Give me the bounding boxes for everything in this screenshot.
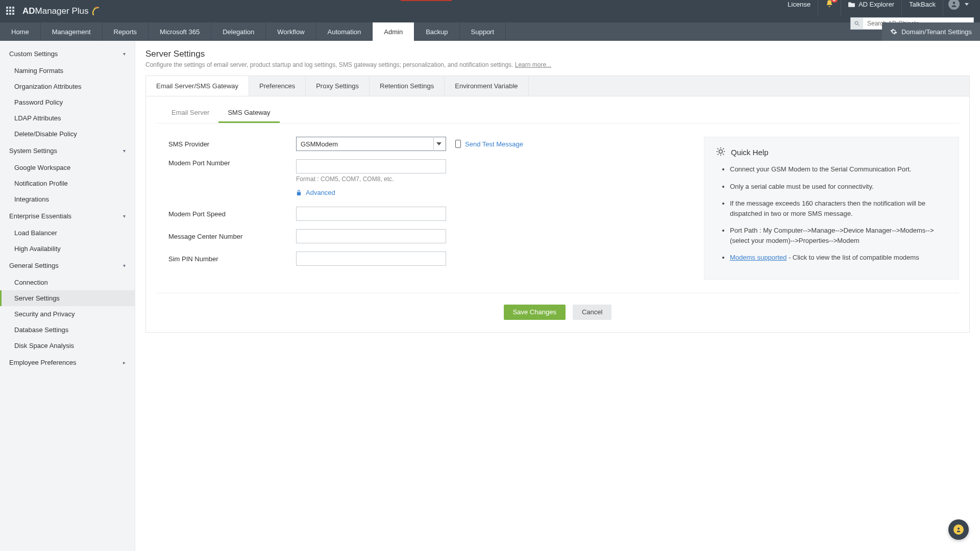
content-area: Server Settings Configure the settings o…: [135, 41, 980, 551]
nav-item-management[interactable]: Management: [41, 22, 103, 41]
page-description: Configure the settings of email server, …: [145, 61, 970, 68]
top-links: License 2 AD Explorer TalkBack: [780, 0, 974, 15]
page-title: Server Settings: [145, 49, 970, 59]
nav-item-backup[interactable]: Backup: [414, 22, 459, 41]
cancel-button[interactable]: Cancel: [573, 305, 611, 320]
sidebar-item-connection[interactable]: Connection: [0, 274, 135, 290]
nav-item-support[interactable]: Support: [460, 22, 506, 41]
advanced-link[interactable]: Advanced: [306, 189, 335, 196]
learn-more-link[interactable]: Learn more...: [515, 61, 551, 68]
phone-icon: [455, 140, 461, 148]
tabs: Email Server/SMS GatewayPreferencesProxy…: [145, 76, 970, 96]
sidebar-item-google-workspace[interactable]: Google Workspace: [0, 160, 135, 176]
svg-point-13: [958, 528, 960, 530]
nav-item-admin[interactable]: Admin: [373, 22, 414, 41]
svg-line-11: [718, 154, 719, 155]
apps-grid-icon[interactable]: [6, 7, 15, 16]
chevron-icon: ▸: [123, 360, 126, 365]
sidebar-item-security-and-privacy[interactable]: Security and Privacy: [0, 306, 135, 322]
quick-help-item: Connect your GSM Modem to the Serial Com…: [730, 164, 947, 174]
subtab-sms-gateway[interactable]: SMS Gateway: [218, 104, 279, 123]
sidebar-section-custom-settings[interactable]: Custom Settings▾: [0, 45, 135, 63]
sidebar-item-database-settings[interactable]: Database Settings: [0, 322, 135, 338]
sim-pin-input[interactable]: [296, 252, 446, 266]
sidebar: Custom Settings▾Naming FormatsOrganizati…: [0, 41, 135, 551]
sidebar-section-general-settings[interactable]: General Settings▾: [0, 257, 135, 274]
quick-help-title: Quick Help: [731, 148, 768, 157]
tab-environment-variable[interactable]: Environment Variable: [445, 76, 528, 96]
top-accent-line: [401, 0, 452, 1]
brand-main: Manager: [35, 6, 69, 16]
modems-supported-link[interactable]: Modems supported: [730, 254, 787, 261]
lock-icon: [296, 189, 302, 196]
sidebar-section-system-settings[interactable]: System Settings▾: [0, 142, 135, 160]
sidebar-item-notification-profile[interactable]: Notification Profile: [0, 176, 135, 191]
modem-port-input[interactable]: [296, 159, 446, 173]
chevron-down-icon: [965, 3, 969, 6]
modem-speed-input[interactable]: [296, 207, 446, 221]
modem-speed-label: Modem Port Speed: [168, 210, 296, 218]
gear-icon: [890, 28, 897, 35]
chevron-icon: ▾: [123, 51, 126, 57]
sidebar-item-ldap-attributes[interactable]: LDAP Attributes: [0, 110, 135, 126]
floating-help-button[interactable]: [948, 519, 969, 540]
sms-provider-label: SMS Provider: [168, 140, 296, 148]
notifications-bell[interactable]: 2: [818, 0, 841, 15]
sidebar-section-employee-preferences[interactable]: Employee Preferences▸: [0, 354, 135, 371]
panel: Email ServerSMS Gateway SMS Provider GSM…: [145, 96, 970, 333]
sidebar-item-naming-formats[interactable]: Naming Formats: [0, 63, 135, 79]
brand-logo[interactable]: ADManager Plus: [22, 6, 103, 17]
domain-tenant-settings-button[interactable]: Domain/Tenant Settings: [882, 22, 980, 41]
modem-port-label: Modem Port Number: [168, 159, 296, 167]
main-nav: HomeManagementReportsMicrosoft 365Delega…: [0, 22, 980, 41]
svg-point-0: [953, 2, 955, 4]
nav-item-reports[interactable]: Reports: [103, 22, 149, 41]
brand-prefix: AD: [22, 6, 35, 16]
sidebar-item-disk-space-analysis[interactable]: Disk Space Analysis: [0, 338, 135, 354]
sidebar-item-organization-attributes[interactable]: Organization Attributes: [0, 79, 135, 94]
talkback-link[interactable]: TalkBack: [902, 0, 943, 15]
tab-proxy-settings[interactable]: Proxy Settings: [306, 76, 370, 96]
nav-item-automation[interactable]: Automation: [316, 22, 373, 41]
sidebar-item-delete-disable-policy[interactable]: Delete/Disable Policy: [0, 126, 135, 142]
sidebar-section-enterprise-essentials[interactable]: Enterprise Essentials▾: [0, 207, 135, 225]
topbar: ADManager Plus License 2 AD Explorer Tal…: [0, 0, 980, 22]
sidebar-item-password-policy[interactable]: Password Policy: [0, 94, 135, 110]
brand-swoosh-icon: [91, 6, 103, 17]
svg-line-12: [723, 148, 724, 149]
quick-help-item: Only a serial cable must be used for con…: [730, 182, 947, 192]
save-button[interactable]: Save Changes: [504, 305, 566, 320]
sidebar-item-high-availability[interactable]: High Availability: [0, 241, 135, 257]
send-test-message-link[interactable]: Send Test Message: [455, 140, 523, 148]
svg-line-10: [723, 154, 724, 155]
nav-item-microsoft-365[interactable]: Microsoft 365: [149, 22, 211, 41]
license-link[interactable]: License: [780, 0, 818, 15]
lightbulb-icon: [716, 146, 726, 158]
subtab-email-server[interactable]: Email Server: [162, 104, 218, 123]
msg-center-input[interactable]: [296, 229, 446, 243]
button-row: Save Changes Cancel: [156, 293, 959, 320]
brand-suffix: Plus: [69, 6, 89, 16]
sms-provider-select[interactable]: GSMModem: [296, 137, 446, 151]
tab-preferences[interactable]: Preferences: [249, 76, 306, 96]
sidebar-item-server-settings[interactable]: Server Settings: [0, 290, 135, 306]
svg-point-4: [719, 150, 723, 154]
tab-retention-settings[interactable]: Retention Settings: [370, 76, 445, 96]
sidebar-item-integrations[interactable]: Integrations: [0, 191, 135, 207]
quick-help-panel: Quick Help Connect your GSM Modem to the…: [704, 137, 959, 280]
quick-help-item: If the message exceeds 160 characters th…: [730, 198, 947, 218]
msg-center-label: Message Center Number: [168, 233, 296, 240]
svg-line-9: [718, 148, 719, 149]
chevron-icon: ▾: [123, 148, 126, 154]
nav-item-workflow[interactable]: Workflow: [266, 22, 316, 41]
ad-explorer-link[interactable]: AD Explorer: [841, 0, 902, 15]
user-menu[interactable]: [943, 0, 974, 15]
sim-pin-label: Sim PIN Number: [168, 255, 296, 263]
nav-item-home[interactable]: Home: [0, 22, 41, 41]
help-agent-icon: [953, 524, 964, 535]
bell-badge: 2: [831, 0, 838, 3]
nav-item-delegation[interactable]: Delegation: [211, 22, 266, 41]
chevron-icon: ▾: [123, 213, 126, 219]
sidebar-item-load-balancer[interactable]: Load Balancer: [0, 225, 135, 241]
tab-email-server-sms-gateway[interactable]: Email Server/SMS Gateway: [146, 76, 249, 96]
